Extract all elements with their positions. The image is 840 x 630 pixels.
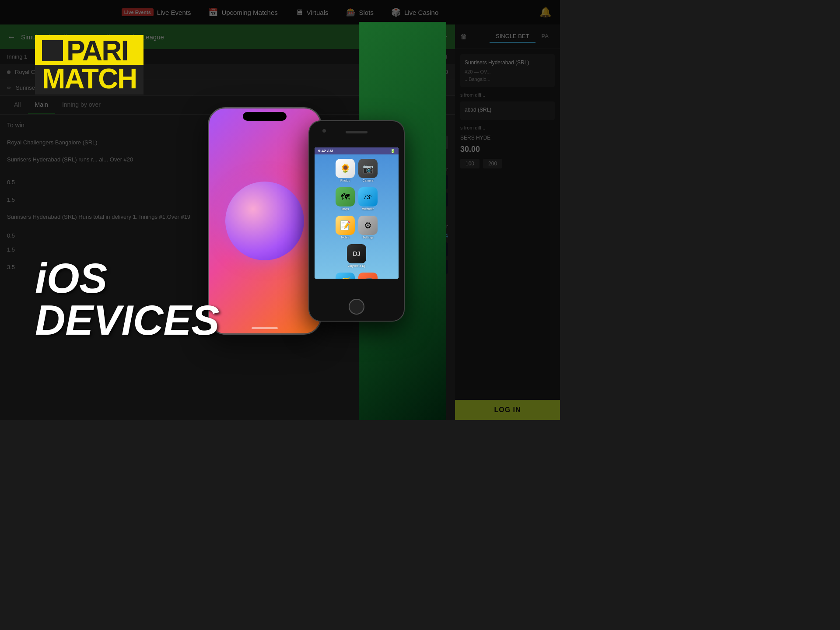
overlay: PARI MATCH iOS DEVICES 9:42 AM xyxy=(0,0,560,420)
app-icon-photos[interactable]: 🌻 xyxy=(336,159,355,178)
app-icon-notes[interactable]: 📝 xyxy=(336,216,355,235)
pm-match-text: MATCH xyxy=(35,65,144,94)
pm-pari-text: PARI xyxy=(35,35,144,65)
app-icon-weather[interactable]: 73° xyxy=(358,187,378,206)
parimatch-logo: PARI MATCH xyxy=(35,35,144,94)
pm-logo-box: PARI MATCH xyxy=(35,35,144,94)
app-icon-camera[interactable]: 📷 xyxy=(358,159,378,178)
app-icon-safari[interactable]: 🧭 xyxy=(336,273,355,279)
app-label-notes: Notes xyxy=(341,236,349,239)
app-label-photos: Photos xyxy=(340,179,350,182)
app-icon-dj[interactable]: DJ xyxy=(347,244,366,263)
app-icon-ipod[interactable]: 🎵 xyxy=(358,273,378,279)
app-row-1: 🌻 Photos 📷 Camera xyxy=(317,157,396,184)
iphone-old-camera-icon xyxy=(322,129,326,133)
iphone-old-screen: 9:42 AM 🔋 🌻 Photos 📷 Camera xyxy=(315,147,399,279)
app-grid: 🌻 Photos 📷 Camera 🗺 Maps xyxy=(315,154,399,279)
phones-container: 9:42 AM 🔋 🌻 Photos 📷 Camera xyxy=(175,22,438,420)
app-icon-maps[interactable]: 🗺 xyxy=(336,187,355,206)
app-label-weather: Weather xyxy=(362,207,374,210)
app-row-4: DJ Anyone a Dj xyxy=(317,242,396,269)
iphone-old-home-button[interactable] xyxy=(349,299,364,315)
ios-label: iOS xyxy=(35,257,219,299)
iphone-sphere xyxy=(225,182,304,260)
iphone-modern-screen xyxy=(211,110,318,332)
app-row-5: 🧭 Safari 🎵 iPod xyxy=(317,271,396,279)
app-label-settings: Settings xyxy=(362,236,373,239)
pm-square-icon xyxy=(42,40,63,61)
app-label-camera: Camera xyxy=(363,179,374,182)
iphone-old: 9:42 AM 🔋 🌻 Photos 📷 Camera xyxy=(308,120,405,322)
app-row-2: 🗺 Maps 73° Weather xyxy=(317,186,396,212)
iphone-time: 9:42 AM xyxy=(318,149,333,153)
ios-devices-text: iOS DEVICES xyxy=(35,257,219,341)
iphone-status-bar: 9:42 AM 🔋 xyxy=(315,147,399,154)
app-label-maps: Maps xyxy=(341,207,349,210)
app-label-dj: Anyone a Dj xyxy=(348,264,365,267)
app-row-3: 📝 Notes ⚙ Settings xyxy=(317,214,396,241)
iphone-status-icons: 🔋 xyxy=(390,149,395,153)
iphone-modern xyxy=(208,107,322,335)
devices-label: DEVICES xyxy=(35,299,219,341)
app-icon-settings[interactable]: ⚙ xyxy=(358,216,378,235)
iphone-notch xyxy=(243,112,287,121)
iphone-home-indicator xyxy=(252,327,278,329)
iphone-old-speaker-icon xyxy=(346,131,368,133)
